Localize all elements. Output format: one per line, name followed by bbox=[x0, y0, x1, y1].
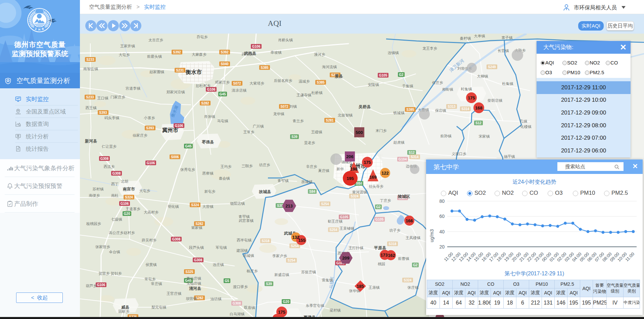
svg-text:175: 175 bbox=[468, 95, 475, 100]
svg-text:西流乡: 西流乡 bbox=[104, 165, 115, 169]
svg-text:60: 60 bbox=[439, 214, 445, 219]
svg-text:冀州市: 冀州市 bbox=[162, 127, 178, 133]
svg-text:209: 209 bbox=[342, 256, 350, 261]
svg-text:G45: G45 bbox=[220, 92, 226, 96]
svg-text:保店镇: 保店镇 bbox=[435, 108, 446, 112]
svg-text:末门乡: 末门乡 bbox=[376, 129, 387, 133]
svg-text:11:00: 11:00 bbox=[624, 252, 635, 263]
svg-text:大单镇: 大单镇 bbox=[474, 34, 485, 38]
svg-text:薛吴村乡: 薛吴村乡 bbox=[142, 238, 156, 242]
svg-text:王瞳镇: 王瞳镇 bbox=[311, 130, 322, 134]
svg-text:苏留庄镇: 苏留庄镇 bbox=[301, 270, 316, 274]
svg-text:辛庄乡: 辛庄乡 bbox=[306, 165, 317, 169]
svg-text:大营镇: 大营镇 bbox=[202, 204, 214, 209]
svg-text:赵虎镇: 赵虎镇 bbox=[394, 140, 405, 144]
svg-text:213: 213 bbox=[285, 203, 293, 209]
svg-text:S39: S39 bbox=[266, 282, 272, 286]
svg-text:122: 122 bbox=[381, 171, 389, 176]
svg-text:G308: G308 bbox=[233, 302, 241, 305]
svg-text:饶阳店镇: 饶阳店镇 bbox=[230, 201, 245, 206]
svg-text:故城镇: 故城镇 bbox=[302, 180, 313, 184]
svg-text:化楼镇: 化楼镇 bbox=[520, 125, 532, 129]
svg-text:高公庄乡: 高公庄乡 bbox=[109, 231, 124, 235]
svg-text:G308: G308 bbox=[112, 172, 121, 175]
svg-text:S314: S314 bbox=[411, 155, 419, 159]
svg-text:段芦头镇: 段芦头镇 bbox=[189, 245, 204, 249]
svg-text:景县: 景县 bbox=[334, 74, 343, 79]
svg-text:Z: Z bbox=[35, 27, 37, 31]
svg-text:173: 173 bbox=[380, 253, 388, 258]
svg-text:串坡镇: 串坡镇 bbox=[271, 50, 282, 54]
svg-text:渡口驿乡: 渡口驿乡 bbox=[233, 285, 248, 289]
svg-text:南宫市: 南宫市 bbox=[123, 187, 135, 191]
svg-text:西丁: 西丁 bbox=[111, 182, 119, 186]
svg-text:新河县: 新河县 bbox=[85, 139, 97, 143]
svg-text:杨庄乡: 杨庄乡 bbox=[246, 269, 258, 273]
svg-text:戈仙庄镇: 戈仙庄镇 bbox=[186, 281, 201, 285]
svg-text:S040: S040 bbox=[221, 62, 229, 66]
svg-text:西王镇: 西王镇 bbox=[86, 106, 97, 110]
svg-text:葛仙庄镇: 葛仙庄镇 bbox=[186, 276, 201, 280]
svg-text:抬头寺乡: 抬头寺乡 bbox=[369, 184, 383, 188]
svg-text:G308: G308 bbox=[172, 237, 181, 241]
svg-text:175: 175 bbox=[278, 310, 285, 315]
svg-text:清凉店镇: 清凉店镇 bbox=[231, 88, 246, 92]
svg-text:白马湖镇: 白马湖镇 bbox=[230, 312, 244, 316]
svg-text:G105: G105 bbox=[375, 218, 384, 221]
svg-text:大紫塔乡: 大紫塔乡 bbox=[249, 81, 264, 85]
svg-text:S249: S249 bbox=[488, 65, 496, 69]
svg-text:S324: S324 bbox=[191, 203, 199, 207]
svg-text:七级镇: 七级镇 bbox=[111, 217, 122, 221]
svg-text:桃园: 桃园 bbox=[378, 262, 385, 266]
svg-text:枣强县: 枣强县 bbox=[201, 140, 214, 144]
svg-text:198: 198 bbox=[350, 167, 358, 172]
svg-text:故城县: 故城县 bbox=[259, 189, 271, 194]
svg-text:邓家庄乡: 邓家庄乡 bbox=[215, 80, 230, 84]
svg-text:G106: G106 bbox=[175, 124, 183, 128]
svg-text:梁村镇: 梁村镇 bbox=[330, 308, 341, 312]
svg-text:S231: S231 bbox=[176, 69, 184, 72]
svg-text:乔屯乡: 乔屯乡 bbox=[197, 35, 208, 39]
svg-text:明化镇: 明化镇 bbox=[168, 204, 179, 209]
svg-text:衡水市: 衡水市 bbox=[185, 69, 202, 75]
svg-text:孔镇: 孔镇 bbox=[520, 119, 527, 123]
svg-text:苏村镇: 苏村镇 bbox=[93, 187, 104, 191]
svg-text:20: 20 bbox=[439, 244, 445, 249]
svg-text:小寨乡: 小寨乡 bbox=[144, 116, 155, 120]
svg-text:赵村乡: 赵村乡 bbox=[124, 231, 135, 235]
svg-text:S072: S072 bbox=[233, 82, 241, 85]
svg-text:太古庄乡: 太古庄乡 bbox=[148, 38, 163, 42]
svg-text:大柳镇: 大柳镇 bbox=[477, 74, 488, 78]
svg-text:码头李镇: 码头李镇 bbox=[104, 116, 119, 120]
svg-text:坊子乡: 坊子乡 bbox=[389, 228, 401, 232]
svg-text:何庄乡: 何庄乡 bbox=[432, 81, 443, 85]
svg-text:西半屯镇: 西半屯镇 bbox=[237, 238, 251, 242]
svg-text:北留智镇: 北留智镇 bbox=[337, 113, 353, 117]
svg-text:前孙镇: 前孙镇 bbox=[440, 134, 452, 138]
svg-text:S324: S324 bbox=[404, 278, 412, 282]
svg-text:雷集镇: 雷集镇 bbox=[322, 278, 333, 282]
svg-text:S254: S254 bbox=[321, 202, 329, 206]
svg-text:168: 168 bbox=[475, 105, 482, 110]
svg-text:柴胡店镇: 柴胡店镇 bbox=[488, 98, 502, 102]
svg-text:常庄镇: 常庄镇 bbox=[151, 282, 162, 286]
svg-text:后留名府乡: 后留名府乡 bbox=[274, 79, 292, 83]
svg-text:S313: S313 bbox=[448, 105, 456, 108]
svg-text:S324: S324 bbox=[351, 194, 359, 198]
svg-text:坊庄乡: 坊庄乡 bbox=[259, 163, 270, 167]
svg-text:S282: S282 bbox=[201, 101, 209, 105]
svg-text:陵城区: 陵城区 bbox=[398, 194, 410, 199]
svg-text:漫河乡: 漫河乡 bbox=[314, 52, 325, 56]
svg-text:S314: S314 bbox=[461, 107, 469, 111]
svg-text:相衙镇: 相衙镇 bbox=[442, 87, 453, 91]
svg-text:油坊镇: 油坊镇 bbox=[211, 297, 222, 301]
svg-text:王打扑镇: 王打扑镇 bbox=[349, 246, 363, 250]
svg-text:三朗乡: 三朗乡 bbox=[242, 164, 253, 168]
svg-text:S233: S233 bbox=[86, 95, 94, 99]
svg-text:S393: S393 bbox=[146, 126, 154, 130]
svg-text:G105: G105 bbox=[340, 215, 349, 219]
svg-text:大屯乡: 大屯乡 bbox=[119, 53, 130, 57]
svg-text:S254: S254 bbox=[291, 244, 299, 248]
svg-text:S84: S84 bbox=[309, 190, 315, 193]
svg-text:S12: S12 bbox=[409, 151, 415, 154]
